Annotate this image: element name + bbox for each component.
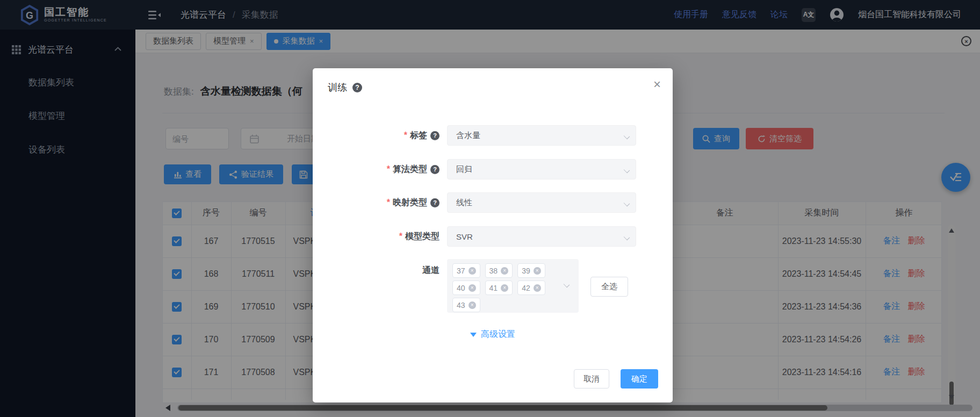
help-icon[interactable]: ? (352, 83, 362, 92)
algorithm-type-select[interactable]: 回归 (447, 159, 636, 179)
field-label-text: 标签 (410, 130, 427, 141)
channel-tag-value: 41 (489, 284, 498, 292)
field-label-text: 算法类型 (393, 164, 427, 175)
required-mark: * (387, 198, 390, 207)
dialog-close-icon[interactable]: × (653, 78, 661, 91)
field-label-text: 映射类型 (393, 197, 427, 208)
channel-tag: 42× (517, 281, 545, 295)
channel-tag-value: 43 (457, 301, 465, 310)
tag-remove-icon[interactable]: × (501, 284, 508, 292)
required-mark: * (399, 232, 402, 241)
dialog-title-row: 训练 ? (328, 81, 362, 94)
select-value: 回归 (456, 164, 472, 175)
tag-remove-icon[interactable]: × (534, 284, 541, 292)
label-model-type: * 模型类型 (332, 226, 439, 247)
channel-tag: 43× (452, 298, 480, 312)
select-value: 线性 (456, 198, 472, 208)
required-mark: * (387, 164, 390, 174)
triangle-down-icon (470, 333, 477, 337)
advanced-settings-toggle[interactable]: 高级设置 (313, 329, 673, 340)
label-mapping-type: * 映射类型 ? (332, 192, 439, 213)
dialog-title: 训练 (328, 81, 347, 94)
tag-remove-icon[interactable]: × (534, 267, 541, 275)
channel-tag-value: 42 (522, 284, 530, 292)
channel-tag-value: 40 (457, 284, 465, 292)
tag-remove-icon[interactable]: × (469, 284, 476, 292)
tag-remove-icon[interactable]: × (501, 267, 508, 275)
label-tag: * 标签 ? (332, 125, 439, 146)
channel-tag-value: 38 (489, 267, 498, 275)
tag-select[interactable]: 含水量 (447, 125, 636, 146)
chevron-down-icon (624, 134, 629, 139)
channel-tag: 40× (452, 281, 480, 295)
advanced-settings-label: 高级设置 (481, 329, 515, 340)
channel-tag-value: 39 (522, 267, 530, 275)
confirm-button[interactable]: 确定 (621, 369, 658, 389)
chevron-down-icon (624, 201, 629, 206)
mapping-type-select[interactable]: 线性 (447, 192, 636, 213)
select-all-channels-button[interactable]: 全选 (590, 277, 628, 297)
chevron-down-icon (624, 168, 629, 172)
chevron-down-icon (564, 282, 569, 287)
label-channel: 通道 (332, 263, 439, 278)
channel-tag: 39× (517, 263, 545, 278)
label-algorithm-type: * 算法类型 ? (332, 159, 439, 179)
tag-remove-icon[interactable]: × (469, 267, 476, 275)
channel-tag: 38× (485, 263, 513, 278)
chevron-down-icon (624, 235, 629, 240)
help-icon[interactable]: ? (430, 198, 439, 207)
field-label-text: 模型类型 (405, 231, 439, 242)
app-window: G 国工智能 GOGETTER INTELLIGENCE 光谱云平台 / 采集数… (0, 0, 980, 417)
select-value: 含水量 (456, 131, 480, 141)
channel-multiselect[interactable]: 37× 38× 39× 40× 41× 42× 43× (447, 259, 579, 313)
model-type-select[interactable]: SVR (447, 226, 636, 247)
training-dialog: 训练 ? × * 标签 ? 含水量 * 算法类型 ? 回归 * 映射类型 ? 线… (313, 68, 673, 402)
cancel-button[interactable]: 取消 (574, 369, 609, 389)
help-icon[interactable]: ? (430, 131, 439, 140)
channel-tag-value: 37 (457, 267, 465, 275)
tag-remove-icon[interactable]: × (469, 301, 476, 309)
channel-tag: 37× (452, 263, 480, 278)
field-label-text: 通道 (422, 265, 439, 276)
required-mark: * (404, 131, 407, 140)
help-icon[interactable]: ? (430, 165, 439, 174)
channel-tag: 41× (485, 281, 513, 295)
select-value: SVR (456, 232, 473, 241)
